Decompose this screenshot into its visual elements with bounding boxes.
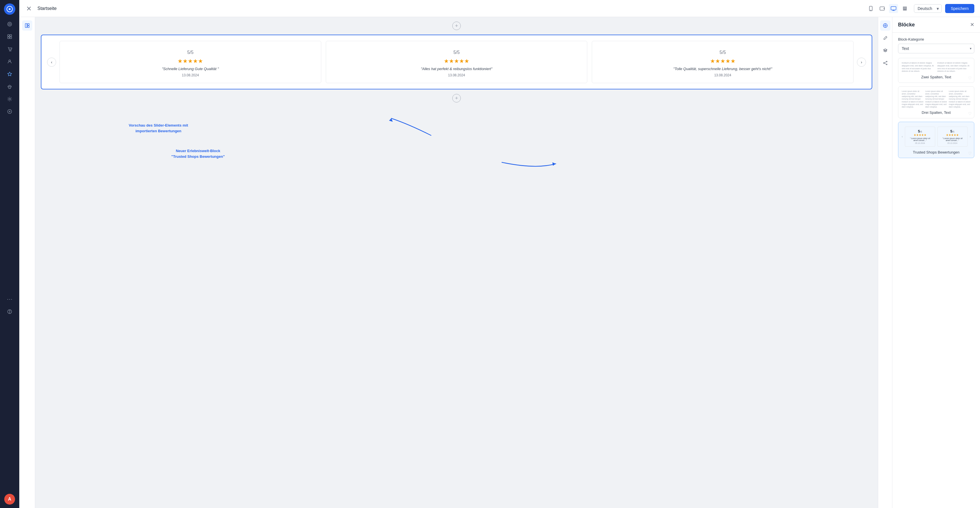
block-card-zwei-spalten[interactable]: invidunt ut labore et dolore magna aliqu… xyxy=(898,58,974,83)
add-section-middle: + xyxy=(35,89,878,107)
language-selector[interactable]: Deutsch English Français xyxy=(914,4,942,13)
block-kategorie-select[interactable]: Text Medien Layout Bewertungen xyxy=(898,44,974,53)
panel-close-button[interactable]: ✕ xyxy=(970,22,974,28)
desktop-device-button[interactable] xyxy=(889,4,898,13)
drei-spalten-text-1: Lorem ipsum dolor sit amet, consetetur s… xyxy=(902,90,924,108)
review-card-2: 5/5 ★★★★★ "Alles hat perfekt & reibungsl… xyxy=(326,41,587,83)
review-date-3: 13.08.2024 xyxy=(598,73,848,77)
svg-rect-3 xyxy=(8,35,10,36)
list-view-button[interactable] xyxy=(900,4,909,13)
annotation-2: Neuer Erlebniswelt-Block"Trusted Shops B… xyxy=(171,148,225,159)
sidebar-item-layout[interactable] xyxy=(4,31,15,42)
trusted-prev-nav[interactable]: ‹ xyxy=(902,126,903,147)
block-card-trusted-shops[interactable]: ‹ 5/5 ★★★★★ " Lorem ipsum dolor sit amet… xyxy=(898,122,974,158)
zwei-spalten-favorite-button[interactable]: ♡ xyxy=(968,76,972,80)
device-switcher xyxy=(866,4,909,13)
panel-body: Block-Kategorie Text Medien Layout Bewer… xyxy=(892,33,980,166)
drei-spalten-label: Drei Spalten, Text xyxy=(902,110,970,115)
mobile-device-button[interactable] xyxy=(866,4,875,13)
svg-marker-27 xyxy=(552,162,556,166)
svg-point-7 xyxy=(10,51,10,51)
tablet-device-button[interactable] xyxy=(878,4,887,13)
svg-rect-25 xyxy=(27,26,29,27)
svg-rect-24 xyxy=(27,24,29,25)
svg-rect-10 xyxy=(9,86,11,89)
sidebar-item-reviews[interactable] xyxy=(4,69,15,80)
edit-panel-button[interactable] xyxy=(880,33,890,43)
drei-spalten-text-3: Lorem ipsum dolor sit amet, consetetur s… xyxy=(949,90,970,108)
right-tools-panel xyxy=(878,17,892,508)
trusted-next-nav[interactable]: › xyxy=(970,126,970,147)
sidebar-item-help[interactable] xyxy=(4,306,15,317)
sidebar-item-dashboard[interactable] xyxy=(4,19,15,30)
svg-rect-20 xyxy=(903,7,907,8)
language-select[interactable]: Deutsch English Français xyxy=(914,4,942,13)
trusted-shops-favorite-button[interactable]: ♡ xyxy=(968,151,972,155)
drei-spalten-favorite-button[interactable]: ♡ xyxy=(968,111,972,116)
content-area: + ‹ 5/5 ★★★★★ "Schnelle Lieferung Gute Q… xyxy=(19,17,980,508)
add-section-button-middle[interactable]: + xyxy=(452,94,461,102)
svg-point-11 xyxy=(9,98,11,100)
panel-title: Blöcke xyxy=(898,22,915,28)
svg-point-18 xyxy=(884,8,885,9)
save-button[interactable]: Speichern xyxy=(945,4,974,13)
block-card-drei-spalten[interactable]: Lorem ipsum dolor sit amet, consetetur s… xyxy=(898,86,974,118)
trusted-text-1: " Lorem ipsum dolor sit amet conset..." xyxy=(907,137,932,141)
settings-panel-button[interactable] xyxy=(880,21,890,30)
review-stars-1: ★★★★★ xyxy=(65,58,315,64)
svg-rect-23 xyxy=(25,24,27,27)
left-sidebar: ⋯ A xyxy=(0,0,19,508)
sidebar-item-users[interactable] xyxy=(4,56,15,67)
slider-cards: 5/5 ★★★★★ "Schnelle Lieferung Gute Quali… xyxy=(60,41,854,83)
trusted-preview-card-1: 5/5 ★★★★★ " Lorem ipsum dolor sit amet c… xyxy=(905,126,935,147)
review-text-2: "Alles hat perfekt & reibungslos funktio… xyxy=(332,67,582,71)
svg-rect-19 xyxy=(891,6,896,10)
layout-tool-button[interactable] xyxy=(22,21,32,30)
sidebar-item-shop[interactable] xyxy=(4,44,15,54)
review-date-1: 13.08.2024 xyxy=(65,73,315,77)
add-section-button-top[interactable]: + xyxy=(452,22,461,30)
editor-canvas: + ‹ 5/5 ★★★★★ "Schnelle Lieferung Gute Q… xyxy=(35,17,878,508)
trusted-date-2: 05.10.2024 xyxy=(940,142,965,144)
review-date-2: 13.08.2024 xyxy=(332,73,582,77)
block-kategorie-label: Block-Kategorie xyxy=(898,37,974,42)
trusted-stars-1: ★★★★★ xyxy=(907,133,932,136)
zwei-spalten-label: Zwei Spalten, Text xyxy=(902,75,970,79)
svg-point-8 xyxy=(11,51,11,51)
review-card-1: 5/5 ★★★★★ "Schnelle Lieferung Gute Quali… xyxy=(60,41,321,83)
user-avatar[interactable]: A xyxy=(4,494,15,505)
main-area: Startseite xyxy=(19,0,980,508)
review-stars-3: ★★★★★ xyxy=(598,58,848,64)
svg-point-28 xyxy=(883,24,887,27)
zwei-spalten-preview: invidunt ut labore et dolore magna aliqu… xyxy=(902,62,970,73)
slider-next-button[interactable]: › xyxy=(857,58,866,67)
sidebar-item-add[interactable] xyxy=(4,106,15,117)
sidebar-item-settings[interactable] xyxy=(4,94,15,104)
trusted-date-1: 05.10.2024 xyxy=(907,142,932,144)
review-score-1: 5/5 xyxy=(65,47,315,56)
svg-point-32 xyxy=(883,63,884,64)
slider-section: ‹ 5/5 ★★★★★ "Schnelle Lieferung Gute Qua… xyxy=(35,35,878,89)
slider-prev-button[interactable]: ‹ xyxy=(47,58,56,67)
layers-panel-button[interactable] xyxy=(880,45,890,56)
block-kategorie-selector[interactable]: Text Medien Layout Bewertungen xyxy=(898,44,974,53)
topbar: Startseite xyxy=(19,0,980,17)
svg-rect-5 xyxy=(8,37,10,38)
svg-point-2 xyxy=(9,23,11,25)
close-button[interactable] xyxy=(25,5,33,13)
review-score-2: 5/5 xyxy=(332,47,582,56)
slider-block: ‹ 5/5 ★★★★★ "Schnelle Lieferung Gute Qua… xyxy=(41,35,872,89)
sidebar-item-more[interactable]: ⋯ xyxy=(4,294,15,305)
svg-rect-6 xyxy=(10,37,12,38)
share-panel-button[interactable] xyxy=(880,58,890,68)
svg-point-1 xyxy=(8,22,12,26)
svg-rect-21 xyxy=(903,8,907,9)
trusted-preview-card-2: 5/5 ★★★★★ " Lorem ipsum dolor sit amet c… xyxy=(937,126,967,147)
page-title: Startseite xyxy=(37,6,862,11)
review-text-1: "Schnelle Lieferung Gute Qualität " xyxy=(65,67,315,71)
sidebar-item-marketing[interactable] xyxy=(4,81,15,92)
panel-header: Blöcke ✕ xyxy=(892,17,980,33)
review-text-3: "Tolle Qualität, superschnelle Lieferung… xyxy=(598,67,848,71)
app-logo[interactable] xyxy=(4,3,15,15)
svg-marker-26 xyxy=(389,118,393,122)
